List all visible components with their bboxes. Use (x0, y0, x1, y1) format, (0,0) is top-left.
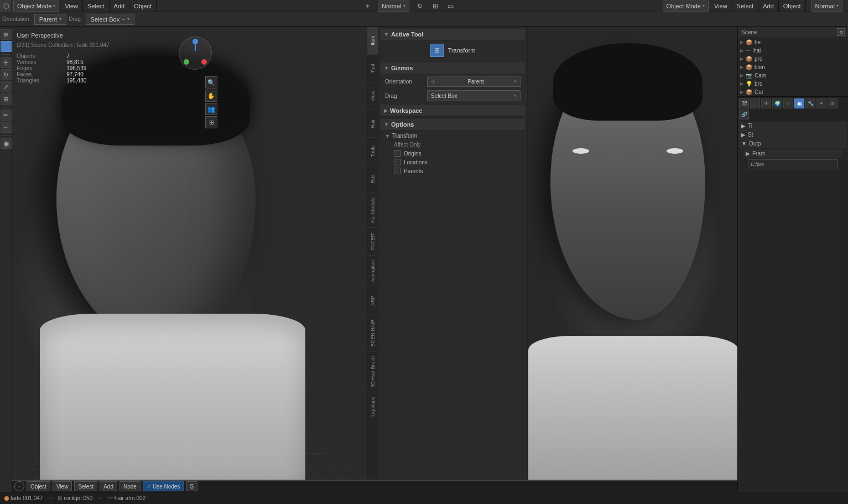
select-vp2-btn[interactable]: Select (74, 481, 97, 491)
drag-label: Drag: (69, 16, 82, 22)
snap-icon[interactable]: ⌖ (361, 0, 373, 12)
outliner-item-be[interactable]: ▶ 📦 be (738, 38, 848, 46)
object-menu-right[interactable]: Object (779, 0, 806, 12)
select-tool[interactable]: ⬚ (1, 41, 12, 52)
props-tab-render[interactable]: 🎬 (739, 98, 749, 108)
vtab-3dhairbrush[interactable]: 3D Hair Brush (367, 351, 378, 392)
outp-section[interactable]: ▼ Outp (739, 139, 847, 148)
viewport-left[interactable]: User Perspective (231) Scene Collection … (12, 27, 367, 480)
view-vp2-btn[interactable]: View (53, 481, 72, 491)
parents-checkbox[interactable] (394, 168, 400, 174)
transform-subsection: ▼ Transform Affect Only Origins (381, 131, 525, 176)
props-tab-constraints[interactable]: 🔗 (739, 110, 749, 119)
scale-tool[interactable]: ⤢ (1, 81, 12, 92)
normal-dropdown-left[interactable]: Normal ▾ (378, 1, 409, 12)
node-vp2-btn[interactable]: Node (119, 481, 141, 491)
outliner-item-pro[interactable]: ▶ 📦 pro (738, 55, 848, 63)
vtab-animation[interactable]: Animation (367, 255, 378, 287)
props-tab-physics[interactable]: ≋ (828, 98, 837, 108)
camera-icon[interactable]: ○ (14, 481, 24, 491)
vtab-arp[interactable]: ARP (367, 287, 378, 314)
transform-icon[interactable]: ⊞ (429, 0, 441, 12)
vtab-item[interactable]: Item (367, 27, 378, 54)
props-tab-object[interactable]: ▣ (794, 98, 804, 108)
props-tab-particles[interactable]: ✦ (816, 98, 826, 108)
use-nodes-btn[interactable]: ✓ Use Nodes (143, 481, 184, 491)
vtab-faceit[interactable]: FACEIT (367, 227, 378, 255)
origins-checkbox[interactable] (394, 150, 400, 157)
view-menu-right[interactable]: View (710, 0, 732, 12)
props-tab-modifier[interactable]: 🔧 (805, 98, 815, 108)
props-tab-scene[interactable]: 🌍 (772, 98, 782, 108)
object-vp2-btn[interactable]: Object (27, 481, 50, 491)
add-menu[interactable]: Add (110, 0, 130, 12)
props-tab-world[interactable]: ○ (783, 98, 793, 108)
viewport-right[interactable] (527, 27, 737, 480)
cursor-tool[interactable]: ⊕ (1, 29, 12, 40)
vtab-view[interactable]: View (367, 82, 378, 110)
st-section[interactable]: ▶ St (739, 131, 847, 139)
outliner-item-blen[interactable]: ▶ 📦 blen (738, 63, 848, 71)
props-tab-output[interactable]: ⬚ (750, 98, 760, 108)
box-icon[interactable]: ▭ (445, 0, 457, 12)
object-mode-dropdown[interactable]: Object Mode ▾ (13, 1, 59, 12)
frame-section[interactable]: ▶ Fram (743, 149, 842, 158)
select-menu-right[interactable]: Select (732, 0, 759, 12)
mesh-indicator: ⊞ rockgirl.050 (55, 495, 95, 501)
drag-panel-dropdown[interactable]: Select Box ▾ (427, 90, 521, 101)
view-menu[interactable]: View (60, 0, 83, 12)
outliner-icon-1[interactable]: ⚙ (837, 28, 845, 36)
grid-vp-icon[interactable]: ⊞ (205, 116, 217, 128)
blender-icon[interactable]: ⬡ (0, 0, 12, 12)
gizmos-section: ▼ Gizmos Orientation ⊹ Parent ▾ (381, 63, 525, 103)
workspace-header[interactable]: ▶ Workspace (381, 105, 525, 117)
annotate-tool[interactable]: ✏ (1, 110, 12, 121)
chevron-icon: ▾ (514, 79, 517, 84)
vtab-liquiface[interactable]: Liquiface (367, 392, 378, 421)
outliner-item-cam[interactable]: ▶ 📷 Cam (738, 71, 848, 80)
object-menu[interactable]: Object (129, 0, 157, 12)
options-header[interactable]: ▼ Options (381, 119, 525, 131)
outliner-item-bro[interactable]: ▶ 💡 bro (738, 80, 848, 88)
measure-tool[interactable]: ↔ (1, 122, 12, 133)
parents-checkbox-item[interactable]: Parents (385, 167, 521, 175)
origins-checkbox-item[interactable]: Origins (385, 149, 521, 158)
gizmos-header[interactable]: ▼ Gizmos (381, 63, 525, 74)
locations-checkbox[interactable] (394, 159, 400, 165)
add-cube-tool[interactable]: ▣ (1, 138, 12, 149)
gizmo-widget[interactable] (173, 31, 217, 75)
people-vp-icon[interactable]: 👥 (205, 103, 217, 115)
drag-dropdown[interactable]: Select Box ~ ▾ (86, 14, 134, 25)
add-vp2-btn[interactable]: Add (100, 481, 117, 491)
move-tool[interactable]: ✛ (1, 57, 12, 68)
outliner-section: Scene ⚙ ▶ 📦 be ▶ 〰 hai ▶ 📦 pro (738, 27, 848, 97)
transform-tool[interactable]: ⊞ (1, 93, 12, 105)
vtab-bgenhair[interactable]: BGEN HAIR (367, 314, 378, 351)
orientation-row: Orientation ⊹ Parent ▾ (381, 74, 525, 89)
s-vp2-btn[interactable]: S (186, 481, 197, 491)
transform-sub-header[interactable]: ▼ Transform (385, 132, 521, 140)
rotate-tool[interactable]: ↻ (1, 69, 12, 80)
props-tab-view[interactable]: 👁 (761, 98, 771, 108)
vtab-tools[interactable]: Tools (367, 137, 378, 165)
ti-section[interactable]: ▶ Ti (739, 122, 847, 131)
chevron-icon: ▶ (740, 65, 743, 70)
vtab-hairmodule[interactable]: HairModule (367, 193, 378, 227)
active-tool-header[interactable]: ▼ Active Tool (381, 29, 525, 40)
vtab-tool[interactable]: Tool (367, 54, 378, 82)
orientation-panel-dropdown[interactable]: ⊹ Parent ▾ (427, 76, 521, 87)
path-input[interactable] (748, 159, 838, 169)
normal-dropdown-right[interactable]: Normal ▾ (811, 1, 842, 12)
search-vp-icon[interactable]: 🔍 (205, 76, 217, 89)
vtab-edit[interactable]: Edit (367, 165, 378, 193)
select-menu[interactable]: Select (83, 0, 110, 12)
locations-checkbox-item[interactable]: Locations (385, 158, 521, 167)
rotate-icon[interactable]: ↻ (414, 0, 426, 12)
orientation-dropdown[interactable]: Parent ▾ (34, 14, 66, 25)
add-menu-right[interactable]: Add (758, 0, 779, 12)
outliner-item-hair[interactable]: ▶ 〰 hai (738, 46, 848, 55)
object-mode-dropdown-right[interactable]: Object Mode ▾ (663, 1, 709, 12)
vtab-hair[interactable]: Hair (367, 110, 378, 137)
outliner-item-cut[interactable]: ▶ 📦 Cut (738, 88, 848, 96)
grab-vp-icon[interactable]: ✋ (205, 90, 217, 102)
